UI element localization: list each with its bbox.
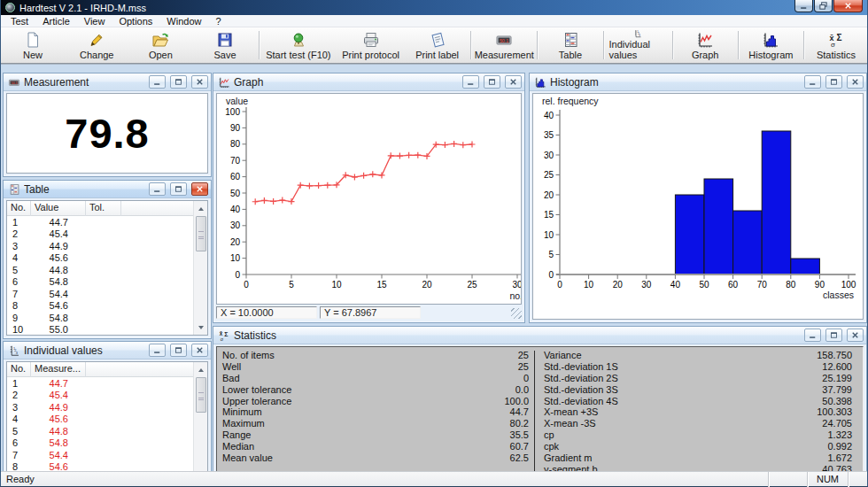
scroll-down-icon[interactable]	[194, 321, 207, 334]
cell-no: 8	[7, 300, 31, 311]
title-bar[interactable]: Hardtest V 2.1 - IRHD-M.mss	[1, 0, 867, 15]
toolbar-button-start-test[interactable]: Start test (F10)	[260, 27, 337, 63]
toolbar-button-graph[interactable]: Graph	[674, 27, 737, 63]
stat-value: 0	[523, 373, 529, 384]
menu-item-options[interactable]: Options	[112, 15, 159, 27]
cell-measure: 45.6	[31, 414, 86, 424]
toolbar-button-change[interactable]: Change	[65, 27, 128, 63]
statistics-maximize-button[interactable]	[825, 329, 842, 342]
table-maximize-button[interactable]	[170, 182, 187, 196]
toolbar-button-histogram[interactable]: Histogram	[740, 27, 802, 63]
line-chart[interactable]: 0102030405060708090100051015202530valuen…	[217, 94, 522, 305]
indiv-col-measure[interactable]: Measure...	[31, 362, 86, 377]
toolbar-button-measurement[interactable]: Measurement	[472, 27, 536, 63]
table-window-titlebar[interactable]: Table	[4, 181, 211, 198]
minimize-button[interactable]	[794, 0, 813, 12]
table-close-button[interactable]	[191, 182, 208, 196]
stat-value: 1.672	[827, 452, 852, 464]
svg-text:35: 35	[544, 130, 554, 140]
measurement-minimize-button[interactable]	[149, 75, 166, 89]
menu-item-help[interactable]: ?	[208, 15, 228, 27]
resize-grip-icon[interactable]	[511, 308, 522, 319]
individual-values-titlebar[interactable]: Individual values	[4, 342, 211, 359]
graph-close-button[interactable]	[505, 75, 522, 89]
blank-page-icon	[24, 31, 42, 49]
individual-maximize-button[interactable]	[170, 344, 187, 357]
table-row[interactable]: 954.8	[7, 312, 193, 324]
scrollbar-thumb[interactable]	[196, 216, 206, 251]
stat-value: 100.303	[817, 406, 852, 418]
cell-measure: 44.9	[31, 402, 86, 413]
histogram-window-titlebar[interactable]: Histogram	[530, 73, 866, 91]
graph-window-titlebar[interactable]: Graph	[213, 73, 524, 91]
graph-minimize-button[interactable]	[462, 75, 479, 89]
toolbar-button-table[interactable]: Table	[539, 27, 601, 63]
table-row[interactable]: 754.4	[7, 288, 193, 300]
histogram-close-button[interactable]	[847, 75, 864, 89]
list-item[interactable]: 544.8	[7, 425, 193, 437]
toolbar-button-print-label[interactable]: Print label	[405, 27, 469, 63]
statistics-window-titlebar[interactable]: Statistics	[213, 327, 866, 344]
table-col-value[interactable]: Value	[31, 201, 86, 216]
toolbar-button-open[interactable]: Open	[128, 27, 192, 63]
indiv-col-no[interactable]: No.	[7, 362, 31, 377]
svg-text:60: 60	[728, 280, 739, 290]
histogram-maximize-button[interactable]	[825, 75, 842, 89]
table-row[interactable]: 544.8	[7, 264, 193, 276]
graph-plot-area[interactable]: 0102030405060708090100051015202530valuen…	[216, 93, 522, 305]
stat-label: Maximum	[222, 418, 265, 429]
graph-window-title: Graph	[234, 76, 458, 89]
menu-item-view[interactable]: View	[77, 15, 112, 27]
table-scrollbar[interactable]	[193, 201, 207, 335]
menu-item-test[interactable]: Test	[4, 15, 35, 27]
table-row[interactable]: 854.6	[7, 300, 193, 313]
scroll-up-icon[interactable]	[194, 202, 207, 215]
table-row[interactable]: 344.9	[7, 240, 193, 252]
individual-scrollbar[interactable]	[193, 362, 207, 471]
scroll-up-icon[interactable]	[194, 363, 207, 376]
restore-button[interactable]	[814, 0, 833, 12]
close-button[interactable]	[833, 0, 863, 12]
list-item[interactable]: 854.6	[7, 461, 193, 472]
list-item[interactable]: 144.7	[7, 377, 193, 390]
statistics-panel: No. of items25Well25Bad0Lower tolerance0…	[216, 346, 864, 471]
stat-value: 44.7	[510, 406, 529, 418]
svg-text:20: 20	[230, 237, 241, 247]
table-row[interactable]: 144.7	[7, 216, 193, 228]
table-row[interactable]: 1055.0	[7, 324, 193, 336]
graph-maximize-button[interactable]	[484, 75, 500, 89]
toolbar-button-label: Open	[149, 50, 173, 60]
toolbar-button-individual-values[interactable]: Individual values	[605, 27, 671, 63]
measurement-window-titlebar[interactable]: Measurement	[4, 73, 211, 91]
list-item[interactable]: 245.4	[7, 390, 193, 402]
statistics-minimize-button[interactable]	[804, 329, 821, 342]
list-item[interactable]: 754.4	[7, 449, 193, 461]
table-row[interactable]: 445.6	[7, 252, 193, 265]
list-item[interactable]: 445.6	[7, 414, 193, 426]
table-row[interactable]: 245.4	[7, 228, 193, 241]
menu-item-article[interactable]: Article	[35, 15, 77, 27]
menu-item-window[interactable]: Window	[159, 15, 208, 27]
histogram-minimize-button[interactable]	[804, 75, 821, 89]
toolbar-button-print-protocol[interactable]: Print protocol	[337, 27, 405, 63]
measurement-maximize-button[interactable]	[170, 75, 187, 89]
scrollbar-thumb[interactable]	[196, 377, 206, 413]
svg-text:25: 25	[467, 280, 477, 290]
table-col-tol[interactable]: Tol.	[86, 201, 121, 216]
measurement-close-button[interactable]	[191, 75, 208, 89]
svg-text:20: 20	[544, 190, 554, 200]
svg-text:40: 40	[230, 205, 241, 214]
histogram-icon	[762, 31, 779, 49]
cell-measure: 54.8	[31, 437, 86, 448]
table-minimize-button[interactable]	[149, 182, 166, 196]
toolbar-button-statistics[interactable]: Statistics	[805, 27, 867, 63]
table-row[interactable]: 654.8	[7, 276, 193, 289]
statistics-close-button[interactable]	[847, 329, 864, 342]
list-item[interactable]: 344.9	[7, 401, 193, 414]
table-col-no[interactable]: No.	[7, 201, 31, 216]
toolbar-button-save[interactable]: Save	[192, 27, 257, 63]
individual-minimize-button[interactable]	[149, 344, 166, 357]
toolbar-button-new[interactable]: New	[1, 27, 65, 63]
individual-close-button[interactable]	[191, 344, 208, 357]
list-item[interactable]: 654.8	[7, 437, 193, 450]
